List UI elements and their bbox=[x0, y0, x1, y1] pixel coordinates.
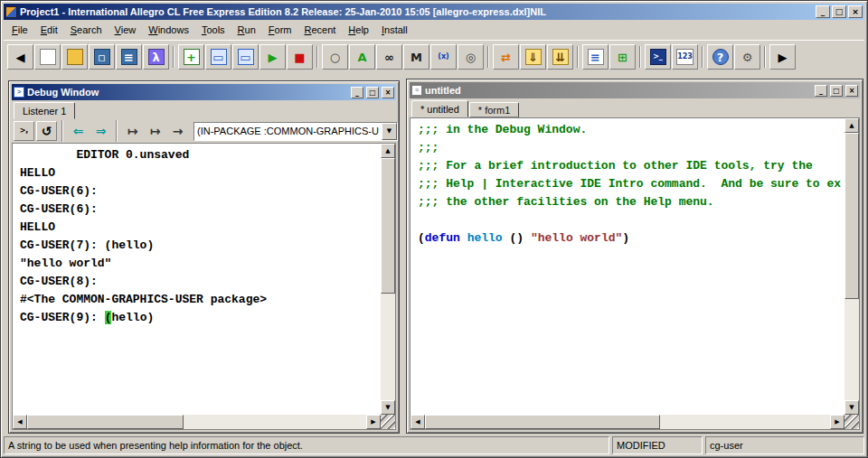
scroll-down-icon[interactable]: ▼ bbox=[844, 400, 859, 415]
menu-bar: FileEditSearchViewWindowsToolsRunFormRec… bbox=[4, 21, 864, 39]
editor-tab-row: * untitled* form1 bbox=[410, 98, 860, 117]
scroll-right-icon[interactable]: ▶ bbox=[830, 415, 844, 429]
listener-vertical-scrollbar[interactable]: ▲ ▼ bbox=[381, 144, 395, 415]
tab-untitled[interactable]: * untitled bbox=[411, 100, 468, 117]
close-button[interactable]: × bbox=[848, 5, 863, 18]
save-button[interactable]: ▫ bbox=[89, 44, 115, 70]
code-line: EDITOR 0.unsaved bbox=[20, 146, 373, 164]
stop-icon: ■ bbox=[292, 49, 308, 65]
save-all-icon: ≡ bbox=[121, 49, 137, 65]
resize-grip[interactable] bbox=[844, 415, 859, 429]
menu-edit[interactable]: Edit bbox=[34, 22, 64, 38]
window-title: Project1 - International Allegro CL Free… bbox=[20, 6, 813, 17]
load-file-button[interactable]: ⇓ bbox=[520, 44, 546, 70]
editor-vertical-scrollbar[interactable]: ▲ ▼ bbox=[844, 118, 859, 415]
scroll-right-icon[interactable]: ▶ bbox=[366, 415, 381, 429]
compile-button[interactable]: λ bbox=[143, 44, 169, 70]
scrollbar-track[interactable] bbox=[844, 133, 859, 400]
editor-icon: ≡ bbox=[588, 49, 604, 65]
scrollbar-thumb[interactable] bbox=[27, 415, 184, 429]
scrollbar-thumb[interactable] bbox=[844, 133, 859, 299]
scrollbar-track[interactable] bbox=[381, 158, 395, 400]
scroll-left-icon[interactable]: ◀ bbox=[410, 415, 425, 429]
options-button[interactable]: ⚙ bbox=[734, 44, 760, 70]
new-file-button[interactable] bbox=[34, 44, 61, 70]
scrollbar-track[interactable] bbox=[425, 415, 830, 429]
editor-body: ;;; in the Debug Window.;;;;;; For a bri… bbox=[410, 117, 860, 430]
search-files-button[interactable]: ◎ bbox=[458, 44, 484, 70]
back-button[interactable]: ◀ bbox=[7, 44, 33, 70]
package-combobox[interactable]: (IN-PACKAGE :COMMON-GRAPHICS-U ▼ bbox=[193, 122, 398, 141]
listener-horizontal-scrollbar[interactable]: ◀ ▶ bbox=[13, 415, 381, 429]
continue-button[interactable]: → bbox=[167, 121, 188, 141]
menu-form[interactable]: Form bbox=[262, 22, 298, 38]
editor-text[interactable]: ;;; in the Debug Window.;;;;;; For a bri… bbox=[410, 118, 844, 415]
profiler-button[interactable]: 123 bbox=[672, 44, 698, 70]
debug-close-button[interactable]: × bbox=[382, 87, 394, 98]
debug-maximize-button[interactable]: □ bbox=[366, 87, 379, 98]
menu-view[interactable]: View bbox=[108, 22, 143, 38]
menu-recent[interactable]: Recent bbox=[297, 22, 342, 38]
help-button[interactable]: ? bbox=[707, 44, 733, 70]
spell-check-button[interactable]: A bbox=[349, 44, 375, 70]
tab-listener-1[interactable]: Listener 1 bbox=[14, 102, 75, 119]
console-button[interactable]: >_ bbox=[645, 44, 671, 70]
menu-install[interactable]: Install bbox=[375, 22, 414, 38]
open-file-button[interactable] bbox=[61, 44, 88, 70]
new-form-button[interactable]: + bbox=[178, 44, 204, 70]
minimize-button[interactable]: _ bbox=[816, 5, 830, 18]
resize-grip[interactable] bbox=[381, 415, 395, 429]
find-definition-button[interactable]: M bbox=[403, 44, 429, 70]
macroexpand-button[interactable]: (x) bbox=[430, 44, 457, 70]
scroll-down-icon[interactable]: ▼ bbox=[381, 400, 395, 415]
scroll-left-icon[interactable]: ◀ bbox=[13, 415, 27, 429]
scrollbar-thumb[interactable] bbox=[425, 415, 660, 429]
run-button[interactable]: ▶ bbox=[259, 44, 286, 70]
window-icon: ▭ bbox=[211, 49, 227, 65]
trace-button[interactable]: ⇄ bbox=[493, 44, 519, 70]
interrupt-button[interactable]: ↺ bbox=[36, 121, 57, 141]
history-next-button[interactable]: ⇒ bbox=[90, 121, 111, 141]
save-all-button[interactable]: ≡ bbox=[116, 44, 142, 70]
code-segment: ( bbox=[418, 231, 425, 245]
code-segment: HELLO bbox=[20, 220, 55, 234]
menu-tools[interactable]: Tools bbox=[195, 22, 231, 38]
scroll-up-icon[interactable]: ▲ bbox=[381, 144, 395, 158]
code-line: ;;; in the Debug Window. bbox=[418, 121, 837, 139]
menu-help[interactable]: Help bbox=[342, 22, 375, 38]
listener-output[interactable]: EDITOR 0.unsavedHELLOCG-USER(6): CG-USER… bbox=[13, 144, 381, 415]
code-segment: ) bbox=[622, 231, 629, 245]
editor-window-title-bar[interactable]: ≡ untitled _ □ × bbox=[410, 82, 860, 98]
maximize-button[interactable]: □ bbox=[832, 5, 846, 18]
scroll-up-icon[interactable]: ▲ bbox=[844, 118, 859, 133]
menu-run[interactable]: Run bbox=[231, 22, 262, 38]
window-button[interactable]: ▭ bbox=[205, 44, 231, 70]
debug-minimize-button[interactable]: _ bbox=[351, 87, 363, 98]
stop-button[interactable]: ■ bbox=[287, 44, 313, 70]
debug-window-title-bar[interactable]: > Debug Window _ □ × bbox=[12, 84, 396, 100]
window-arrow-button[interactable]: ▭ bbox=[232, 44, 259, 70]
zoom-button[interactable]: ○ bbox=[322, 44, 348, 70]
code-line: #<The COMMON-GRAPHICS-USER package> bbox=[20, 291, 373, 309]
menu-windows[interactable]: Windows bbox=[142, 22, 195, 38]
editor-close-button[interactable]: × bbox=[845, 85, 858, 97]
find-button[interactable]: ∞ bbox=[376, 44, 402, 70]
scrollbar-track[interactable] bbox=[27, 415, 366, 429]
combobox-dropdown-icon[interactable]: ▼ bbox=[382, 123, 397, 140]
history-previous-button[interactable]: ⇐ bbox=[68, 121, 89, 141]
title-bar[interactable]: Project1 - International Allegro CL Free… bbox=[4, 4, 864, 20]
editor-button[interactable]: ≡ bbox=[582, 44, 609, 70]
editor-maximize-button[interactable]: □ bbox=[830, 85, 843, 97]
menu-search[interactable]: Search bbox=[64, 22, 108, 38]
new-prompt-button[interactable]: >, bbox=[14, 121, 34, 141]
class-browser-button[interactable]: ⊞ bbox=[609, 44, 636, 70]
reset-listener-button[interactable]: ↦ bbox=[145, 121, 165, 141]
editor-horizontal-scrollbar[interactable]: ◀ ▶ bbox=[410, 415, 844, 429]
menu-file[interactable]: File bbox=[5, 22, 34, 38]
compile-load-button[interactable]: ⇊ bbox=[547, 44, 573, 70]
editor-minimize-button[interactable]: _ bbox=[815, 85, 827, 97]
scrollbar-thumb[interactable] bbox=[381, 158, 395, 294]
toolbar-overflow-button[interactable]: ▶ bbox=[769, 44, 796, 70]
pop-listener-button[interactable]: ↦ bbox=[122, 121, 143, 141]
tab-form1[interactable]: * form1 bbox=[469, 102, 519, 117]
